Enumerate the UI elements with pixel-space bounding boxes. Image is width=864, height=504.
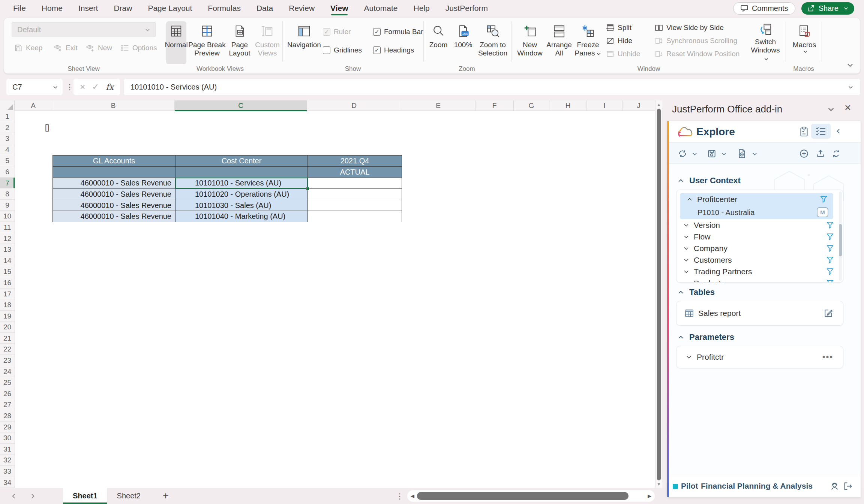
row-header-29[interactable]: 29 [0, 422, 15, 433]
table-cell[interactable]: 46000010 - Sales Revenue [53, 178, 176, 189]
table-item-sales-report[interactable]: Sales report [676, 301, 843, 325]
menu-item-review[interactable]: Review [281, 0, 322, 16]
column-header-d[interactable]: D [307, 100, 401, 111]
row-header-19[interactable]: 19 [0, 311, 15, 322]
chevron-down-icon[interactable] [752, 151, 758, 157]
exit-sheet-view-button[interactable]: Exit [53, 43, 78, 52]
table-cell[interactable]: 10101020 - Operations (AU) [176, 189, 308, 200]
row-header-18[interactable]: 18 [0, 299, 15, 311]
horizontal-scrollbar[interactable]: ◀ ▶ [407, 490, 655, 502]
synchronous-scrolling-button[interactable]: Synchronous Scrolling [654, 36, 737, 45]
context-item-company[interactable]: Company [676, 242, 843, 254]
split-button[interactable]: Split [606, 23, 632, 32]
context-item-flow[interactable]: Flow [676, 231, 843, 242]
export-document-icon[interactable] [737, 149, 747, 159]
zoom-100-button[interactable]: 100 100% [452, 21, 474, 63]
vertical-scrollbar[interactable]: ▲ ▼ [655, 100, 662, 488]
checklist-view-icon[interactable] [811, 124, 831, 139]
row-header-3[interactable]: 3 [0, 133, 15, 144]
menu-item-justperform[interactable]: JustPerform [438, 0, 496, 16]
chevron-down-icon[interactable] [843, 6, 849, 11]
column-header-e[interactable]: E [401, 100, 476, 111]
horizontal-scrollbar-thumb[interactable] [417, 492, 628, 500]
context-item-profitcenter[interactable]: Profitcenter [680, 193, 833, 206]
keep-sheet-view-button[interactable]: Keep [14, 43, 42, 52]
table-header-cell[interactable]: 2021.Q4 [308, 156, 402, 167]
row-header-10[interactable]: 10 [0, 211, 15, 222]
formula-input[interactable]: 10101010 - Services (AU) [124, 79, 860, 95]
table-header-cell[interactable]: GL Accounts [53, 156, 176, 167]
filter-icon[interactable] [826, 268, 834, 275]
context-item-version[interactable]: Version [676, 219, 843, 231]
menu-item-insert[interactable]: Insert [70, 0, 106, 16]
scroll-right-icon[interactable]: ▶ [648, 490, 651, 502]
table-cell[interactable]: 10101010 - Services (AU) [176, 178, 308, 189]
arrange-all-button[interactable]: Arrange All [545, 21, 573, 63]
filter-icon[interactable] [826, 244, 834, 252]
column-header-b[interactable]: B [52, 100, 175, 111]
previous-sheet-icon[interactable] [10, 488, 17, 504]
collapse-ribbon-icon[interactable] [846, 61, 854, 69]
row-header-11[interactable]: 11 [0, 222, 15, 233]
chevron-down-icon[interactable] [692, 151, 698, 157]
row-header-24[interactable]: 24 [0, 366, 15, 377]
menu-item-automate[interactable]: Automate [356, 0, 406, 16]
chevron-down-icon[interactable] [848, 84, 854, 90]
row-header-7[interactable]: 7 [0, 178, 15, 189]
section-user-context[interactable]: User Context [678, 176, 741, 185]
table-cell[interactable]: 46000010 - Sales Revenue [53, 189, 176, 200]
menu-item-page-layout[interactable]: Page Layout [140, 0, 200, 16]
checkbox-gridlines[interactable]: Gridlines [323, 45, 362, 56]
table-cell[interactable] [308, 211, 402, 222]
checkbox-formula-bar[interactable]: ✓Formula Bar [373, 26, 423, 37]
table-header-cell[interactable] [53, 166, 176, 178]
row-header-12[interactable]: 12 [0, 233, 15, 244]
menu-item-formulas[interactable]: Formulas [200, 0, 249, 16]
cancel-icon[interactable]: × [80, 82, 85, 92]
name-box[interactable]: C7 [6, 79, 63, 95]
page-break-preview-button[interactable]: Page Break Preview [187, 21, 227, 63]
parameter-item-profitctr[interactable]: Profitctr ••• [676, 346, 843, 368]
more-options-icon[interactable]: ••• [822, 352, 833, 362]
checkbox-headings[interactable]: ✓Headings [373, 45, 423, 56]
context-scrollbar-thumb[interactable] [839, 224, 842, 256]
menu-item-draw[interactable]: Draw [106, 0, 140, 16]
table-cell[interactable]: 10101030 - Sales (AU) [176, 200, 308, 211]
tab-overflow-icon[interactable]: ⋮ [396, 488, 404, 504]
sheet-view-options-button[interactable]: Options [120, 43, 157, 52]
row-header-23[interactable]: 23 [0, 355, 15, 366]
panel-chevron-down-icon[interactable] [827, 106, 835, 113]
select-all-corner[interactable] [0, 100, 15, 111]
table-cell[interactable] [308, 178, 402, 189]
custom-views-button[interactable]: Custom Views [252, 21, 282, 63]
sync-icon[interactable] [831, 149, 841, 159]
filter-icon[interactable] [826, 279, 834, 283]
new-window-button[interactable]: New Window [516, 21, 543, 63]
refresh-icon[interactable] [678, 149, 687, 159]
navigation-button[interactable]: Navigation [285, 21, 324, 63]
table-cell[interactable] [308, 189, 402, 200]
page-layout-view-button[interactable]: Page Layout [228, 21, 252, 63]
context-item-trading-partners[interactable]: Trading Partners [676, 266, 843, 277]
row-header-22[interactable]: 22 [0, 344, 15, 355]
add-sheet-button[interactable]: + [159, 488, 172, 504]
row-header-34[interactable]: 34 [0, 477, 15, 488]
chevron-down-icon[interactable] [721, 151, 727, 157]
row-header-30[interactable]: 30 [0, 432, 15, 444]
table-header-cell[interactable]: ACTUAL [308, 166, 402, 178]
row-header-16[interactable]: 16 [0, 277, 15, 289]
row-header-32[interactable]: 32 [0, 455, 15, 466]
insert-function-icon[interactable]: fx [106, 82, 114, 92]
checkbox-ruler[interactable]: ✓Ruler [323, 26, 362, 37]
save-icon[interactable] [707, 149, 717, 159]
table-cell[interactable]: 10101040 - Marketing (AU) [176, 211, 308, 222]
share-button[interactable]: Share [801, 2, 854, 15]
freeze-panes-button[interactable]: Freeze Panes [574, 21, 602, 63]
menu-item-view[interactable]: View [322, 0, 356, 16]
row-header-15[interactable]: 15 [0, 266, 15, 277]
enter-icon[interactable]: ✓ [92, 82, 99, 92]
section-tables[interactable]: Tables [678, 287, 715, 297]
row-header-14[interactable]: 14 [0, 255, 15, 266]
row-header-5[interactable]: 5 [0, 155, 15, 166]
context-member-p1010-australia[interactable]: P1010 - AustraliaM [680, 206, 833, 219]
